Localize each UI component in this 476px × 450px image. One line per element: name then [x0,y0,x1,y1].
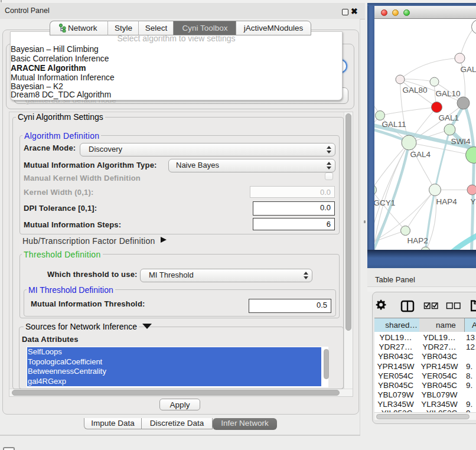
svg-text:YJ: YJ [470,197,476,206]
svg-text:GAL4: GAL4 [410,149,431,158]
svg-text:GAL80: GAL80 [402,85,427,94]
svg-text:GAL10: GAL10 [435,89,460,97]
svg-text:GAL2: GAL2 [460,64,476,73]
svg-text:HAP2: HAP2 [407,236,428,244]
svg-text:GAL11: GAL11 [382,119,406,128]
svg-text:HAP4: HAP4 [436,197,457,206]
svg-text:SWI4: SWI4 [451,136,470,145]
svg-text:GAL1: GAL1 [438,113,459,122]
svg-text:GCY1: GCY1 [374,198,395,207]
